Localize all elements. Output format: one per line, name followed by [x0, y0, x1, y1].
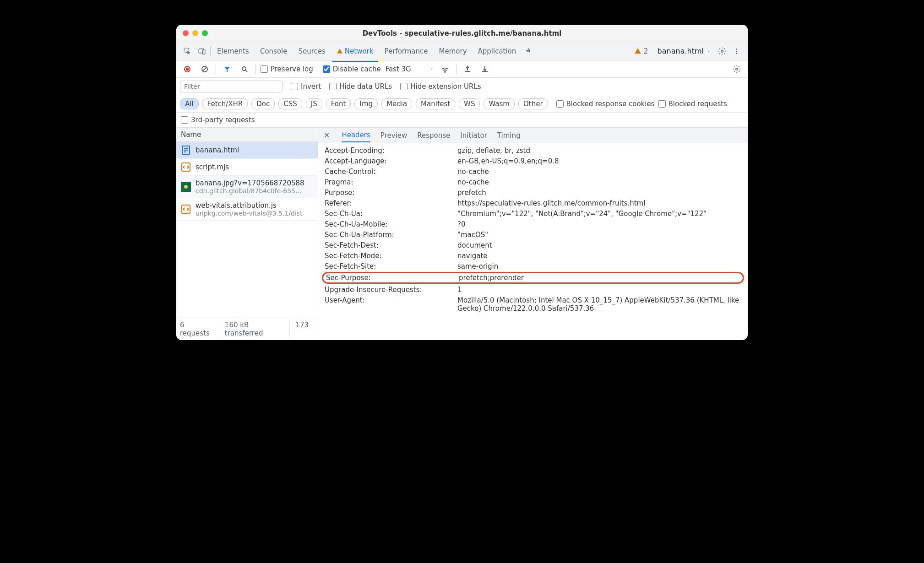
third-party-checkbox[interactable]: 3rd-party requests	[181, 116, 743, 124]
network-toolbar: Preserve log Disable cache Fast 3G	[176, 60, 748, 78]
request-row[interactable]: web-vitals.attribution.js unpkg.com/web-…	[176, 198, 318, 221]
hide-data-urls-checkbox[interactable]: Hide data URLs	[329, 82, 392, 91]
filter-input[interactable]	[180, 81, 283, 92]
header-row: Sec-Purpose:prefetch;prerender	[322, 272, 744, 284]
type-wasm[interactable]: Wasm	[484, 98, 515, 109]
separator	[255, 64, 256, 74]
svg-rect-8	[186, 68, 189, 70]
network-settings-icon[interactable]	[730, 63, 743, 76]
warnings-count: 2	[643, 47, 648, 55]
header-key: Purpose:	[325, 189, 457, 197]
header-value: same-origin	[457, 262, 741, 271]
device-toggle-icon[interactable]	[196, 45, 208, 58]
type-manifest[interactable]: Manifest	[416, 98, 455, 109]
tab-elements[interactable]: Elements	[212, 44, 254, 58]
image-icon	[181, 182, 191, 192]
invert-checkbox[interactable]: Invert	[291, 82, 321, 91]
context-selector[interactable]: banana.html	[655, 45, 714, 57]
close-detail-icon[interactable]: ✕	[324, 131, 330, 140]
kebab-icon[interactable]	[730, 45, 743, 58]
headers-list: Accept-Encoding:gzip, deflate, br, zstdA…	[318, 143, 748, 316]
gear-icon[interactable]	[716, 45, 728, 58]
header-row: Sec-Ch-Ua-Mobile:?0	[325, 219, 741, 229]
separator	[318, 64, 318, 74]
blocked-cookies-checkbox[interactable]: Blocked response cookies	[556, 100, 655, 108]
record-icon[interactable]	[181, 63, 194, 76]
warnings-badge[interactable]: 2	[634, 47, 648, 55]
svg-point-4	[736, 49, 738, 50]
search-icon[interactable]	[238, 63, 251, 76]
clear-icon[interactable]	[198, 63, 211, 76]
type-js[interactable]: JS	[306, 98, 322, 109]
more-tabs-icon[interactable]	[522, 45, 535, 58]
filter-icon[interactable]	[221, 63, 234, 76]
context-label: banana.html	[658, 47, 704, 55]
header-value: no-cache	[457, 168, 741, 176]
tab-memory[interactable]: Memory	[435, 44, 472, 58]
request-row[interactable]: banana.jpg?v=1705668720588 cdn.glitch.gl…	[176, 176, 318, 198]
tab-application[interactable]: Application	[473, 44, 521, 58]
type-fetch[interactable]: Fetch/XHR	[202, 98, 248, 109]
request-list: Name banana.html script.mjs banana.jpg?v…	[176, 128, 318, 340]
type-ws[interactable]: WS	[459, 98, 480, 109]
header-key: User-Agent:	[325, 296, 457, 313]
header-value: ?0	[457, 220, 741, 228]
throttle-select[interactable]: Fast 3G	[386, 65, 434, 73]
type-css[interactable]: CSS	[278, 98, 302, 109]
disable-cache-checkbox[interactable]: Disable cache	[323, 65, 381, 73]
type-other[interactable]: Other	[518, 98, 548, 109]
header-key: Sec-Ch-Ua:	[325, 210, 457, 218]
status-extra: 173	[295, 321, 314, 337]
status-transfer: 160 kB transferred	[225, 321, 290, 337]
import-icon[interactable]	[461, 63, 474, 76]
devtools-window: DevTools - speculative-rules.glitch.me/b…	[176, 25, 748, 340]
detail-tab-preview[interactable]: Preview	[380, 131, 407, 140]
preserve-log-checkbox[interactable]: Preserve log	[261, 65, 313, 73]
type-doc[interactable]: Doc	[251, 98, 275, 109]
header-value: prefetch;prerender	[459, 274, 740, 282]
header-row: Sec-Ch-Ua:"Chromium";v="122", "Not(A:Bra…	[325, 208, 741, 219]
svg-point-16	[184, 185, 188, 189]
column-header-name[interactable]: Name	[176, 128, 318, 142]
header-row: Sec-Ch-Ua-Platform:"macOS"	[325, 229, 741, 240]
zoom-window-icon[interactable]	[202, 30, 208, 36]
tab-performance[interactable]: Performance	[380, 44, 432, 58]
panel-tabs: Elements Console Sources Network Perform…	[176, 42, 748, 60]
type-all[interactable]: All	[180, 98, 199, 109]
type-img[interactable]: Img	[354, 98, 378, 109]
header-key: Accept-Encoding:	[325, 146, 457, 155]
header-row: Upgrade-Insecure-Requests:1	[325, 284, 741, 295]
tab-network[interactable]: Network	[332, 44, 378, 58]
request-row[interactable]: script.mjs	[176, 159, 318, 176]
header-value: 1	[457, 286, 741, 294]
detail-tab-response[interactable]: Response	[417, 131, 450, 140]
header-key: Sec-Fetch-Mode:	[325, 252, 457, 260]
inspect-icon[interactable]	[181, 45, 194, 58]
type-font[interactable]: Font	[326, 98, 351, 109]
detail-tab-initiator[interactable]: Initiator	[460, 131, 487, 140]
close-window-icon[interactable]	[183, 30, 189, 36]
request-origin: cdn.glitch.global/87b4c0fe-655…	[196, 187, 304, 195]
header-value: Mozilla/5.0 (Macintosh; Intel Mac OS X 1…	[457, 296, 741, 313]
network-conditions-icon[interactable]	[439, 63, 451, 76]
header-row: Purpose:prefetch	[325, 187, 741, 198]
header-value: en-GB,en-US;q=0.9,en;q=0.8	[457, 157, 741, 165]
svg-rect-2	[203, 50, 205, 54]
blocked-requests-checkbox[interactable]: Blocked requests	[658, 100, 727, 108]
request-row[interactable]: banana.html	[176, 142, 318, 159]
header-value: gzip, deflate, br, zstd	[457, 146, 741, 155]
minimize-window-icon[interactable]	[192, 30, 198, 36]
type-media[interactable]: Media	[381, 98, 412, 109]
hide-extension-urls-checkbox[interactable]: Hide extension URLs	[400, 82, 481, 91]
detail-tab-headers[interactable]: Headers	[342, 131, 370, 142]
third-party-row: 3rd-party requests	[176, 113, 748, 128]
header-key: Sec-Fetch-Site:	[325, 262, 457, 271]
detail-tab-timing[interactable]: Timing	[497, 131, 521, 140]
header-value: navigate	[457, 252, 741, 260]
export-icon[interactable]	[478, 63, 491, 76]
header-row: Cache-Control:no-cache	[325, 166, 741, 177]
header-row: Sec-Fetch-Site:same-origin	[325, 261, 741, 271]
header-row: Sec-Fetch-Mode:navigate	[325, 250, 741, 261]
tab-sources[interactable]: Sources	[294, 44, 330, 58]
tab-console[interactable]: Console	[255, 44, 292, 58]
